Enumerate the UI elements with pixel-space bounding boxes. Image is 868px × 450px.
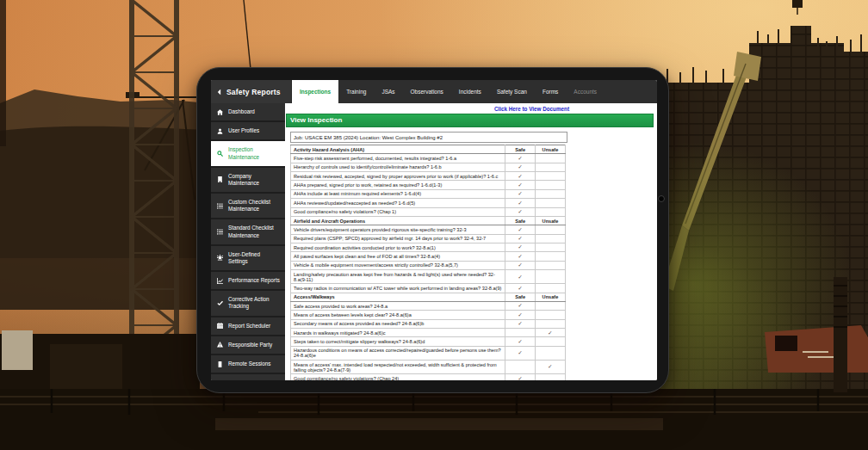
calendar-icon <box>217 323 224 329</box>
safe-cell: ✓ <box>505 311 536 319</box>
sidebar-item-label: Report Scheduler <box>228 323 270 330</box>
inspection-table: Activity Hazard Analysis (AHA)SafeUnsafe… <box>290 145 566 380</box>
safe-cell: ✓ <box>505 154 536 163</box>
checklist-question: Vehicle drivers/equipment operators prov… <box>291 225 505 234</box>
unsafe-column-header: Unsafe <box>535 216 565 225</box>
checklist-question: AHAs include at least minimum required e… <box>291 189 505 198</box>
section-header-row: Airfield and Aircraft OperationsSafeUnsa… <box>291 216 566 225</box>
checklist-question: Hierarchy of controls used to identify/c… <box>291 163 505 171</box>
check-icon: ✓ <box>518 226 523 232</box>
unsafe-column-header: Unsafe <box>535 293 565 301</box>
tab-accounts[interactable]: Accounts <box>566 80 604 103</box>
checklist-row: Hierarchy of controls used to identify/c… <box>291 163 566 171</box>
sidebar-item-label: Remote Sessions <box>228 361 270 367</box>
checklist-row: Hazardous conditions on means of access … <box>291 346 566 360</box>
back-icon[interactable] <box>217 89 221 96</box>
checklist-question: AHAs reviewed/updated/reaccepted as need… <box>291 199 505 207</box>
view-document-link[interactable]: Click Here to View Document <box>494 106 569 112</box>
checklist-question: Good compliance/no safety violations? (C… <box>291 207 505 216</box>
sidebar-item-dashboard[interactable]: Dashboard <box>211 103 285 122</box>
sidebar-item-label: Dashboard <box>228 108 255 115</box>
unsafe-cell <box>535 171 565 180</box>
safe-cell: ✓ <box>505 163 536 171</box>
checklist-row: Required coordination activities conduct… <box>291 243 566 251</box>
checklist-row: Hazards in walkways mitigated? 24-8.a(6)… <box>291 329 566 337</box>
checklist-row: Five-step risk assessment performed, doc… <box>291 154 566 163</box>
checklist-row: AHAs include at least minimum required e… <box>291 189 566 198</box>
checklist-row: Residual risk reviewed, accepted, signed… <box>291 171 566 180</box>
check-icon: ✓ <box>518 163 523 170</box>
sidebar-item-inspection-maintenance[interactable]: Inspection Maintenance <box>211 141 285 167</box>
unsafe-column-header: Unsafe <box>535 145 565 154</box>
top-bar: Safety Reports InspectionsTrainingJSAsOb… <box>211 80 657 103</box>
section-title: Access/Walkways <box>291 293 505 301</box>
main-content: Click Here to View Document View Inspect… <box>285 103 657 380</box>
check-icon: ✓ <box>518 274 523 280</box>
check-icon: ✓ <box>518 311 523 317</box>
home-icon <box>217 109 224 115</box>
checklist-question: Vehicle & mobile equipment movement/acce… <box>291 261 505 269</box>
sidebar-item-remote-sessions[interactable]: Remote Sessions <box>211 355 285 374</box>
check-icon: ✓ <box>518 182 523 188</box>
sidebar-nav: DashboardUser ProfilesInspection Mainten… <box>211 103 285 380</box>
check-icon: ✓ <box>518 200 523 206</box>
unsafe-cell <box>535 261 565 269</box>
unsafe-cell <box>535 163 565 171</box>
sidebar-item-user-defined-settings[interactable]: User-Defined Settings <box>211 246 285 272</box>
sidebar-item-report-scheduler[interactable]: Report Scheduler <box>211 317 285 336</box>
camera-icon <box>658 195 665 202</box>
tablet-frame: Safety Reports InspectionsTrainingJSAsOb… <box>196 67 669 393</box>
tab-forms[interactable]: Forms <box>535 80 566 103</box>
checklist-question: Hazardous conditions on means of access … <box>291 346 505 360</box>
checklist-row: Good compliance/no safety violations? (C… <box>291 374 566 380</box>
safe-cell: ✓ <box>505 301 536 310</box>
checklist-row: AHAs prepared, signed prior to work, ret… <box>291 181 566 189</box>
sidebar-item-responsible-party[interactable]: Responsible Party <box>211 336 285 355</box>
checklist-question: Five-step risk assessment performed, doc… <box>291 154 505 163</box>
sidebar-item-custom-checklist-maintenance[interactable]: Custom Checklist Maintenance <box>211 194 285 219</box>
checklist-question: Good compliance/no safety violations? (C… <box>291 374 505 380</box>
safe-cell: ✓ <box>505 234 536 243</box>
sidebar-item-corrective-action-tracking[interactable]: Corrective Action Tracking <box>211 291 285 317</box>
tab-jsas[interactable]: JSAs <box>374 80 402 103</box>
tab-safety-scan[interactable]: Safety Scan <box>489 80 535 103</box>
checklist-question: Means of access' max. intended load resp… <box>291 360 505 373</box>
checklist-row: AHAs reviewed/updated/reaccepted as need… <box>291 199 566 207</box>
check-icon <box>217 300 224 306</box>
checklist-question: Secondary means of access provided as ne… <box>291 319 505 328</box>
unsafe-cell <box>535 181 565 189</box>
sidebar-item-label: User-Defined Settings <box>228 251 281 265</box>
safe-cell: ✓ <box>505 270 536 284</box>
safe-cell: ✓ <box>505 374 536 380</box>
page-title: View Inspection <box>286 114 654 127</box>
checklist-question: Required coordination activities conduct… <box>291 243 505 251</box>
sidebar-item-label: Corrective Action Tracking <box>228 296 281 310</box>
sidebar-item-label: Standard Checklist Maintenance <box>228 225 281 238</box>
check-icon: ✓ <box>548 363 552 369</box>
safe-cell: ✓ <box>505 319 536 328</box>
tab-inspections[interactable]: Inspections <box>292 80 338 103</box>
sidebar-item-company-maintenance[interactable]: Company Maintenance <box>211 168 285 194</box>
sidebar-item-label: Company Maintenance <box>228 173 281 187</box>
unsafe-cell: ✓ <box>535 329 565 337</box>
safe-column-header: Safe <box>505 145 536 154</box>
tab-training[interactable]: Training <box>338 80 374 103</box>
sidebar-item-performance-reports[interactable]: Performance Reports <box>211 272 285 291</box>
sidebar-item-data-export-api[interactable]: Data Export / API <box>211 374 285 380</box>
unsafe-cell <box>535 301 565 310</box>
unsafe-cell: ✓ <box>535 360 565 373</box>
checklist-question: Required plans (CSPP; SPCD) approved by … <box>291 234 505 243</box>
search-icon <box>217 151 224 157</box>
tab-incidents[interactable]: Incidents <box>451 80 489 103</box>
check-icon: ✓ <box>518 190 523 196</box>
sidebar-item-label: Inspection Maintenance <box>228 146 281 160</box>
check-icon: ✓ <box>518 155 523 161</box>
check-icon: ✓ <box>548 330 552 336</box>
tab-bar: InspectionsTrainingJSAsObservationsIncid… <box>292 80 657 103</box>
unsafe-cell <box>535 270 565 284</box>
sidebar-item-standard-checklist-maintenance[interactable]: Standard Checklist Maintenance <box>211 219 285 245</box>
sidebar-item-user-profiles[interactable]: User Profiles <box>211 122 285 141</box>
unsafe-cell <box>535 199 565 207</box>
check-icon: ✓ <box>518 208 523 214</box>
tab-observations[interactable]: Observations <box>403 80 451 103</box>
